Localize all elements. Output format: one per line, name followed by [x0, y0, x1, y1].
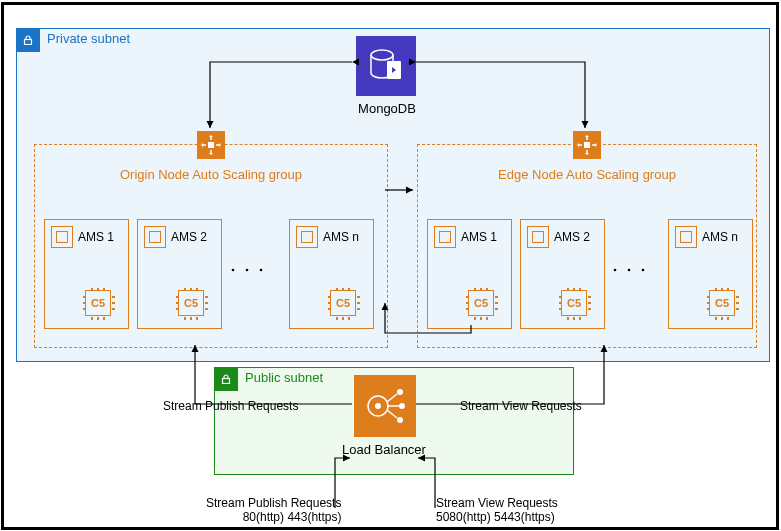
view-requests-label: Stream View Requests	[460, 399, 582, 413]
edge-instance-n: AMS n C5	[668, 219, 753, 329]
instance-label: AMS 2	[171, 230, 207, 244]
svg-rect-3	[208, 142, 214, 148]
svg-point-9	[399, 403, 405, 409]
instance-icon	[144, 226, 166, 248]
vpc-boundary: VPC Private subnet MongoDB	[1, 2, 779, 530]
c5-icon: C5	[709, 290, 735, 316]
svg-rect-4	[584, 142, 590, 148]
svg-point-1	[371, 50, 393, 60]
vpc-inner: Private subnet MongoDB Origin Node Auto …	[4, 5, 776, 527]
instance-label: AMS n	[702, 230, 738, 244]
c5-icon: C5	[178, 290, 204, 316]
instance-label: AMS 1	[461, 230, 497, 244]
svg-point-8	[397, 389, 403, 395]
lock-icon	[23, 35, 33, 45]
origin-asg-label: Origin Node Auto Scaling group	[35, 167, 387, 182]
origin-instance-1: AMS 1 C5	[44, 219, 129, 329]
private-subnet-label: Private subnet	[47, 31, 130, 46]
load-balancer-label: Load Balancer	[309, 442, 459, 457]
instance-icon	[434, 226, 456, 248]
diagram-canvas: VPC Private subnet MongoDB	[0, 0, 781, 531]
edge-asg-label: Edge Node Auto Scaling group	[418, 167, 756, 182]
publish-requests-bottom-label: Stream Publish Requests 80(http) 443(htt…	[206, 496, 341, 524]
publish-requests-label: Stream Publish Requests	[163, 399, 298, 413]
lock-icon	[221, 374, 231, 384]
scaling-icon	[577, 135, 597, 155]
origin-instance-n: AMS n C5	[289, 219, 374, 329]
c5-icon: C5	[561, 290, 587, 316]
asg-icon	[573, 131, 601, 159]
instance-icon	[296, 226, 318, 248]
svg-point-10	[397, 417, 403, 423]
svg-rect-5	[223, 379, 230, 384]
origin-instance-2: AMS 2 C5	[137, 219, 222, 329]
balancer-icon	[362, 383, 408, 429]
public-subnet-icon	[214, 367, 238, 391]
database-icon	[365, 45, 407, 87]
instance-label: AMS 2	[554, 230, 590, 244]
private-subnet: Private subnet MongoDB Origin Node Auto …	[16, 28, 770, 362]
mongodb-icon	[356, 36, 416, 96]
instance-icon	[527, 226, 549, 248]
view-requests-bottom-label: Stream View Requests 5080(http) 5443(htt…	[436, 496, 558, 524]
asg-icon	[197, 131, 225, 159]
mongodb-label: MongoDB	[337, 101, 437, 116]
c5-icon: C5	[468, 290, 494, 316]
edge-instance-1: AMS 1 C5	[427, 219, 512, 329]
public-subnet-label: Public subnet	[245, 370, 323, 385]
scaling-icon	[201, 135, 221, 155]
instance-label: AMS n	[323, 230, 359, 244]
c5-icon: C5	[330, 290, 356, 316]
private-subnet-icon	[16, 28, 40, 52]
c5-icon: C5	[85, 290, 111, 316]
svg-point-7	[375, 403, 381, 409]
edge-instance-2: AMS 2 C5	[520, 219, 605, 329]
instance-label: AMS 1	[78, 230, 114, 244]
instance-icon	[51, 226, 73, 248]
svg-rect-0	[25, 40, 32, 45]
load-balancer-icon	[354, 375, 416, 437]
instance-icon	[675, 226, 697, 248]
